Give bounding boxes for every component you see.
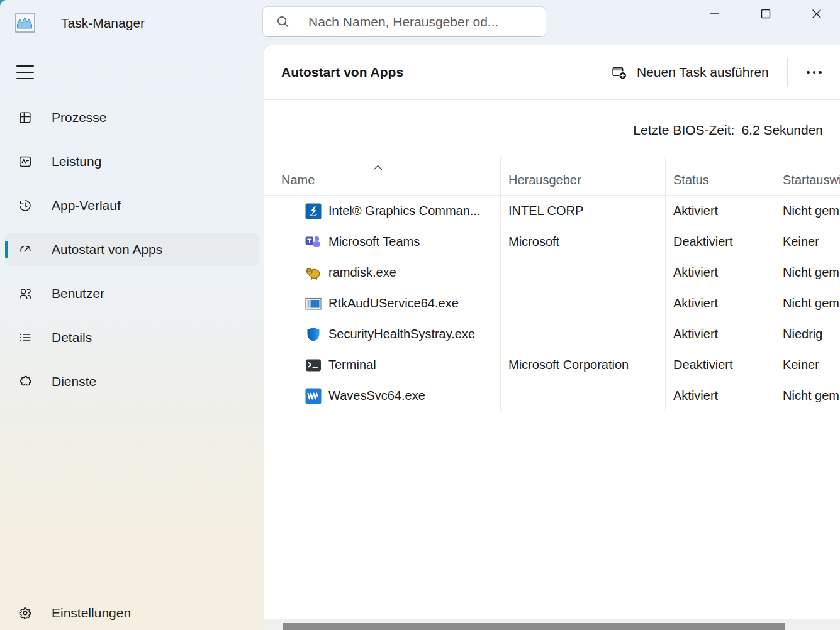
sidebar-item-dienste[interactable]: Dienste bbox=[5, 365, 259, 398]
app-name: ramdisk.exe bbox=[328, 265, 396, 280]
users-icon bbox=[18, 286, 33, 301]
app-startup-impact: Nicht gem bbox=[775, 257, 840, 288]
app-name: RtkAudUService64.exe bbox=[328, 296, 459, 311]
run-new-task-label: Neuen Task ausführen bbox=[637, 65, 769, 80]
task-manager-window: Task-Manager Prozesse Leistung bbox=[0, 0, 840, 630]
app-publisher bbox=[500, 380, 665, 411]
app-startup-impact: Keiner bbox=[775, 226, 840, 257]
minimize-button[interactable] bbox=[701, 2, 729, 26]
sidebar-item-prozesse[interactable]: Prozesse bbox=[5, 101, 259, 134]
startup-apps-table: Name Herausgeber Status Startauswi Intel… bbox=[264, 157, 840, 411]
app-status: Aktiviert bbox=[665, 319, 775, 350]
waves-audio-icon bbox=[305, 387, 322, 405]
table-row[interactable]: RtkAudUService64.exe Aktiviert Nicht gem bbox=[264, 288, 840, 319]
realtek-audio-icon bbox=[305, 295, 322, 312]
app-startup-impact: Nicht gem bbox=[775, 288, 840, 319]
sort-ascending-icon bbox=[372, 160, 383, 174]
app-status: Aktiviert bbox=[665, 288, 775, 319]
table-row[interactable]: Microsoft Teams Microsoft Deaktiviert Ke… bbox=[264, 226, 840, 257]
sidebar-item-label: Leistung bbox=[52, 154, 101, 169]
app-publisher bbox=[500, 257, 665, 288]
search-icon bbox=[276, 15, 289, 28]
maximize-button[interactable] bbox=[752, 2, 780, 26]
last-bios-time: Letzte BIOS-Zeit: 6.2 Sekunden bbox=[633, 121, 823, 140]
app-startup-impact: Keiner bbox=[775, 350, 840, 380]
sidebar: Prozesse Leistung App-Verlauf Autostart … bbox=[5, 101, 259, 409]
task-manager-logo-icon bbox=[15, 13, 35, 33]
menu-toggle-button[interactable] bbox=[16, 64, 34, 80]
settings-gear-icon bbox=[18, 605, 33, 621]
app-status: Deaktiviert bbox=[665, 350, 775, 380]
app-history-icon bbox=[18, 198, 33, 213]
intel-graphics-icon bbox=[305, 202, 322, 220]
app-publisher bbox=[500, 288, 665, 319]
sidebar-item-autostart-von-apps[interactable]: Autostart von Apps bbox=[5, 233, 259, 266]
processes-icon bbox=[18, 110, 33, 125]
window-title: Task-Manager bbox=[61, 15, 145, 31]
column-header-name[interactable]: Name bbox=[264, 157, 500, 195]
table-row[interactable]: WavesSvc64.exe Aktiviert Nicht gem bbox=[264, 380, 840, 411]
startup-apps-icon bbox=[18, 242, 33, 257]
app-name: Terminal bbox=[328, 358, 376, 372]
sidebar-item-details[interactable]: Details bbox=[5, 321, 259, 354]
microsoft-teams-icon bbox=[305, 233, 322, 251]
search-box[interactable] bbox=[262, 6, 546, 37]
sidebar-item-label: Einstellungen bbox=[52, 605, 131, 621]
page-title: Autostart von Apps bbox=[281, 45, 403, 99]
header-divider bbox=[787, 58, 788, 87]
sidebar-item-label: Dienste bbox=[52, 374, 96, 389]
sidebar-item-label: Benutzer bbox=[52, 286, 104, 301]
app-name: SecurityHealthSystray.exe bbox=[328, 327, 475, 341]
maximize-icon bbox=[757, 5, 775, 23]
app-publisher bbox=[500, 319, 665, 350]
scrollbar-thumb[interactable] bbox=[283, 623, 785, 630]
app-startup-impact: Niedrig bbox=[775, 319, 840, 350]
column-header-herausgeber[interactable]: Herausgeber bbox=[500, 157, 665, 195]
app-status: Aktiviert bbox=[665, 196, 775, 226]
column-header-startauswirkung[interactable]: Startauswi bbox=[775, 157, 840, 195]
app-name: Intel® Graphics Comman... bbox=[328, 204, 480, 218]
table-row[interactable]: Terminal Microsoft Corporation Deaktivie… bbox=[264, 350, 840, 380]
app-name: WavesSvc64.exe bbox=[328, 389, 425, 403]
close-icon bbox=[808, 5, 826, 23]
security-health-icon bbox=[305, 326, 322, 343]
services-icon bbox=[18, 374, 33, 389]
sidebar-item-leistung[interactable]: Leistung bbox=[5, 145, 259, 178]
app-publisher: Microsoft Corporation bbox=[500, 350, 665, 380]
app-status: Deaktiviert bbox=[665, 226, 775, 257]
content-panel: Autostart von Apps Neuen Task ausführen … bbox=[264, 45, 840, 630]
table-header-row: Name Herausgeber Status Startauswi bbox=[264, 157, 840, 196]
app-status: Aktiviert bbox=[665, 380, 775, 411]
horizontal-scrollbar[interactable] bbox=[264, 619, 840, 630]
sidebar-item-label: Prozesse bbox=[52, 110, 107, 125]
sidebar-item-benutzer[interactable]: Benutzer bbox=[5, 277, 259, 310]
sidebar-item-label: Autostart von Apps bbox=[52, 242, 162, 257]
performance-icon bbox=[18, 154, 33, 169]
app-publisher: INTEL CORP bbox=[500, 196, 665, 226]
more-options-icon bbox=[807, 71, 810, 74]
table-row[interactable]: Intel® Graphics Comman... INTEL CORP Akt… bbox=[264, 196, 840, 226]
run-new-task-icon bbox=[611, 65, 627, 80]
minimize-icon bbox=[706, 5, 724, 23]
search-input[interactable] bbox=[307, 14, 537, 30]
table-row[interactable]: SecurityHealthSystray.exe Aktiviert Nied… bbox=[264, 319, 840, 350]
sidebar-item-label: Details bbox=[52, 330, 92, 345]
sidebar-item-app-verlauf[interactable]: App-Verlauf bbox=[5, 189, 259, 222]
app-startup-impact: Nicht gem bbox=[775, 380, 840, 411]
sidebar-item-label: App-Verlauf bbox=[52, 198, 121, 213]
sidebar-item-einstellungen[interactable]: Einstellungen bbox=[5, 597, 259, 629]
column-header-status[interactable]: Status bbox=[665, 157, 775, 195]
app-publisher: Microsoft bbox=[500, 226, 665, 257]
run-new-task-button[interactable]: Neuen Task ausführen bbox=[611, 60, 769, 85]
bios-label: Letzte BIOS-Zeit: bbox=[633, 121, 734, 140]
more-options-button[interactable] bbox=[800, 64, 828, 80]
bios-value: 6.2 Sekunden bbox=[741, 121, 823, 140]
page-header: Autostart von Apps Neuen Task ausführen bbox=[264, 45, 840, 100]
ramdisk-icon bbox=[305, 264, 322, 282]
terminal-icon bbox=[305, 356, 322, 374]
close-button[interactable] bbox=[803, 2, 831, 26]
details-icon bbox=[18, 330, 33, 345]
app-startup-impact: Nicht gem bbox=[775, 196, 840, 226]
app-name: Microsoft Teams bbox=[328, 235, 420, 249]
table-row[interactable]: ramdisk.exe Aktiviert Nicht gem bbox=[264, 257, 840, 288]
